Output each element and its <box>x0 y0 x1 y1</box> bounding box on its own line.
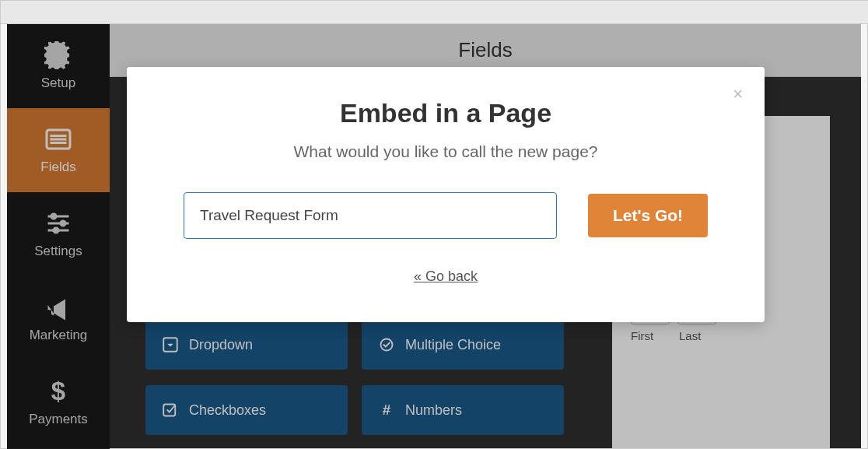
close-button[interactable]: × <box>733 86 743 103</box>
close-icon: × <box>733 84 743 103</box>
app-topbar <box>1 1 868 24</box>
lets-go-button[interactable]: Let's Go! <box>588 194 708 237</box>
page-name-input[interactable] <box>184 192 557 239</box>
embed-page-modal: × Embed in a Page What would you like to… <box>127 67 765 322</box>
go-back-link[interactable]: « Go back <box>173 268 718 285</box>
modal-title: Embed in a Page <box>173 98 718 128</box>
modal-subtitle: What would you like to call the new page… <box>173 142 718 161</box>
